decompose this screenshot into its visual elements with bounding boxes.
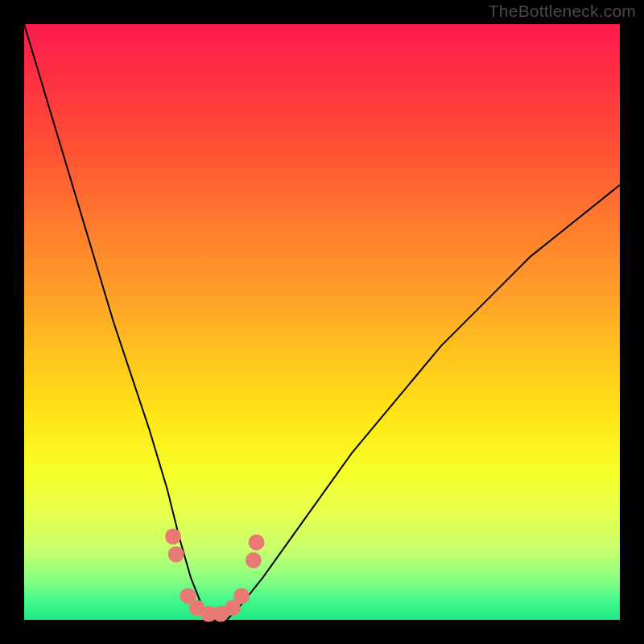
marker-dot	[165, 528, 181, 544]
marker-dot	[168, 547, 184, 563]
chart-svg	[24, 24, 620, 620]
marker-dot	[246, 552, 262, 568]
marker-dot	[233, 588, 250, 604]
watermark-text: TheBottleneck.com	[489, 2, 636, 21]
chart-plot-area	[24, 24, 620, 620]
chart-frame: TheBottleneck.com	[0, 0, 644, 644]
bottleneck-curve	[24, 24, 620, 620]
marker-dot	[249, 535, 265, 551]
